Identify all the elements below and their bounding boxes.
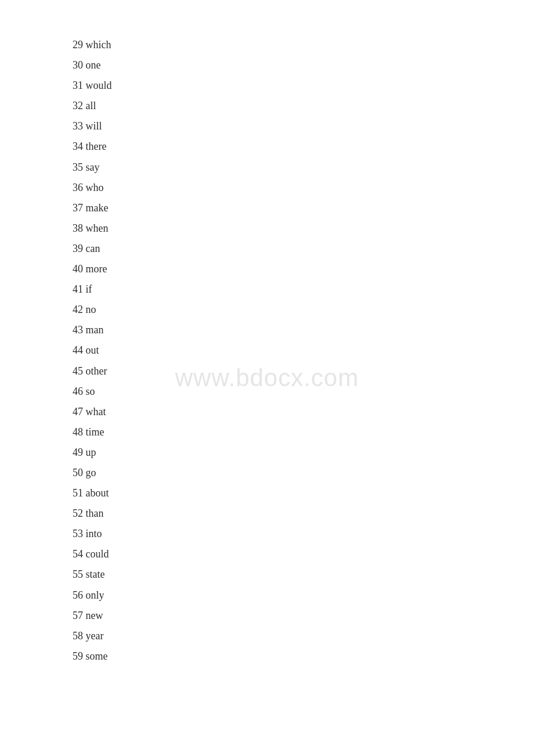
- list-item: 29 which: [73, 35, 534, 55]
- list-item: 38 when: [73, 218, 534, 239]
- list-item: 49 up: [73, 442, 534, 463]
- word-list: 29 which30 one31 would32 all33 will34 th…: [0, 0, 534, 701]
- list-item: 34 there: [73, 136, 534, 157]
- list-item: 56 only: [73, 585, 534, 606]
- list-item: 48 time: [73, 422, 534, 442]
- list-item: 54 could: [73, 544, 534, 564]
- list-item: 58 year: [73, 626, 534, 646]
- list-item: 33 will: [73, 116, 534, 136]
- list-item: 41 if: [73, 279, 534, 300]
- list-item: 35 say: [73, 157, 534, 178]
- list-item: 42 no: [73, 300, 534, 320]
- list-item: 39 can: [73, 239, 534, 259]
- list-item: 46 so: [73, 381, 534, 402]
- list-item: 44 out: [73, 340, 534, 361]
- list-item: 36 who: [73, 178, 534, 198]
- list-item: 50 go: [73, 463, 534, 483]
- list-item: 31 would: [73, 75, 534, 96]
- list-item: 47 what: [73, 402, 534, 422]
- list-item: 53 into: [73, 524, 534, 544]
- list-item: 45 other: [73, 361, 534, 381]
- list-item: 37 make: [73, 198, 534, 218]
- list-item: 32 all: [73, 96, 534, 116]
- list-item: 52 than: [73, 503, 534, 524]
- list-item: 59 some: [73, 646, 534, 667]
- list-item: 30 one: [73, 55, 534, 75]
- list-item: 57 new: [73, 606, 534, 626]
- list-item: 43 man: [73, 320, 534, 340]
- list-item: 51 about: [73, 483, 534, 503]
- list-item: 40 more: [73, 259, 534, 279]
- list-item: 55 state: [73, 564, 534, 585]
